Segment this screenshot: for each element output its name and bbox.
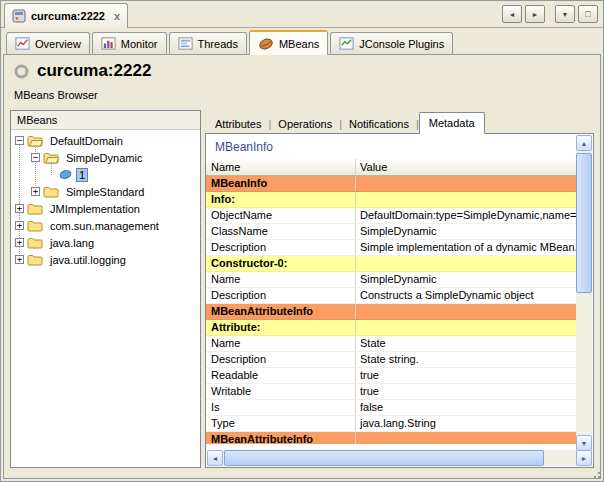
cell-value: Simple implementation of a dynamic MBean… xyxy=(356,240,577,255)
table-header-row: Name Value xyxy=(206,159,577,176)
cell-name: Name xyxy=(206,272,356,287)
cell-name: Description xyxy=(206,352,356,367)
jmx-icon xyxy=(12,9,26,23)
tree-node-defaultdomain[interactable]: − DefaultDomain xyxy=(11,132,200,149)
tab-threads[interactable]: Threads xyxy=(169,32,247,54)
folder-icon xyxy=(27,253,43,266)
cell-name: Description xyxy=(206,240,356,255)
tab-metadata[interactable]: Metadata xyxy=(419,112,485,134)
cell-name: MBeanInfo xyxy=(206,176,356,191)
tab-mbeans[interactable]: MBeans xyxy=(249,30,328,55)
connection-status-icon xyxy=(14,64,29,79)
cell-value: false xyxy=(356,400,577,415)
tree-node-label: SimpleDynamic xyxy=(63,151,145,165)
page-title: curcuma:2222 xyxy=(37,61,151,81)
resize-grip[interactable] xyxy=(591,469,600,478)
cell-name: Type xyxy=(206,416,356,431)
metadata-pane: MBeanInfo Name Value MBeanInfo Info: xyxy=(205,133,594,468)
tab-notifications[interactable]: Notifications xyxy=(342,115,416,133)
scroll-down-button[interactable]: ▼ xyxy=(576,435,592,451)
table-row[interactable]: Description State string. xyxy=(206,352,577,368)
table-row[interactable]: Description Simple implementation of a d… xyxy=(206,240,577,256)
tree-node-label: JMImplementation xyxy=(47,202,143,216)
table-row[interactable]: Description Constructs a SimpleDynamic o… xyxy=(206,288,577,304)
tree-node-1[interactable]: 1 xyxy=(11,166,200,183)
mbean-icon xyxy=(59,169,72,180)
cell-name: ObjectName xyxy=(206,208,356,223)
tab-jconsole-plugins[interactable]: JConsole Plugins xyxy=(330,32,453,54)
cell-value: true xyxy=(356,368,577,383)
table-row[interactable]: Type java.lang.String xyxy=(206,416,577,432)
expand-handle-icon[interactable]: + xyxy=(15,255,24,264)
expand-handle-icon[interactable]: + xyxy=(15,238,24,247)
tree-node-simpledynamic[interactable]: − SimpleDynamic xyxy=(11,149,200,166)
table-row[interactable]: MBeanAttributeInfo xyxy=(206,304,577,320)
table-row[interactable]: Readable true xyxy=(206,368,577,384)
mbean-detail-panel: Attributes | Operations | Notifications … xyxy=(205,110,594,468)
table-row[interactable]: ObjectName DefaultDomain:type=SimpleDyna… xyxy=(206,208,577,224)
horizontal-scroll-thumb[interactable] xyxy=(224,450,544,466)
cell-value xyxy=(356,304,577,319)
table-row[interactable]: ClassName SimpleDynamic xyxy=(206,224,577,240)
table-row[interactable]: MBeanAttributeInfo xyxy=(206,432,577,444)
table-row[interactable]: Name State xyxy=(206,336,577,352)
minimize-button[interactable]: ▼ xyxy=(555,5,575,23)
cell-name: Is xyxy=(206,400,356,415)
cell-value xyxy=(356,176,577,191)
tab-label: Overview xyxy=(35,38,81,50)
expand-handle-icon[interactable]: + xyxy=(15,204,24,213)
tab-scroll-right-button[interactable]: ► xyxy=(525,5,545,23)
vertical-scroll-thumb[interactable] xyxy=(576,153,592,293)
scroll-right-button[interactable]: ► xyxy=(576,450,592,466)
close-icon[interactable]: x xyxy=(114,10,120,22)
folder-open-icon xyxy=(43,151,59,164)
tree-node-label: java.util.logging xyxy=(47,253,129,267)
cell-value: true xyxy=(356,384,577,399)
table-row[interactable]: Constructor-0: xyxy=(206,256,577,272)
collapse-handle-icon[interactable]: − xyxy=(15,136,24,145)
table-row[interactable]: Is false xyxy=(206,400,577,416)
tree-header: MBeans xyxy=(11,111,200,130)
cell-value xyxy=(356,432,577,444)
maximize-button[interactable]: □ xyxy=(578,5,598,23)
tab-monitor[interactable]: Monitor xyxy=(92,32,167,54)
expand-handle-icon[interactable]: + xyxy=(15,221,24,230)
cell-name: MBeanAttributeInfo xyxy=(206,432,356,444)
cell-name: MBeanAttributeInfo xyxy=(206,304,356,319)
collapse-handle-icon[interactable]: − xyxy=(31,153,40,162)
tab-attributes[interactable]: Attributes xyxy=(208,115,268,133)
column-header-name[interactable]: Name xyxy=(206,159,356,176)
scroll-left-button[interactable]: ◄ xyxy=(207,450,223,466)
cell-name: ClassName xyxy=(206,224,356,239)
metadata-table: Name Value MBeanInfo Info: ObjectName De… xyxy=(206,159,577,444)
connection-tab[interactable]: curcuma:2222 x xyxy=(4,3,128,28)
cell-value: State xyxy=(356,336,577,351)
window-controls: ◄ ► ▼ □ xyxy=(502,5,598,23)
table-row[interactable]: Name SimpleDynamic xyxy=(206,272,577,288)
mbeans-icon xyxy=(258,37,274,51)
table-row[interactable]: MBeanInfo xyxy=(206,176,577,192)
scroll-up-button[interactable]: ▲ xyxy=(576,135,592,151)
vertical-scrollbar[interactable]: ▲ ▼ xyxy=(576,135,592,451)
tree-node-simplestandard[interactable]: + SimpleStandard xyxy=(11,183,200,200)
connection-tab-bar: curcuma:2222 x ◄ ► ▼ □ xyxy=(1,1,603,28)
tab-operations[interactable]: Operations xyxy=(271,115,339,133)
down-arrow-icon: ▼ xyxy=(581,440,588,447)
cell-value xyxy=(356,192,577,207)
overview-icon xyxy=(15,36,30,51)
mbeans-tree[interactable]: − DefaultDomain − xyxy=(11,130,200,467)
table-row[interactable]: Writable true xyxy=(206,384,577,400)
tab-overview[interactable]: Overview xyxy=(6,32,90,54)
expand-handle-icon[interactable]: + xyxy=(31,187,40,196)
tree-node-com-sun-management[interactable]: + com.sun.management xyxy=(11,217,200,234)
horizontal-scrollbar[interactable]: ◄ ► xyxy=(207,450,592,466)
table-row[interactable]: Attribute: xyxy=(206,320,577,336)
tree-node-jmimplementation[interactable]: + JMImplementation xyxy=(11,200,200,217)
right-arrow-icon: ► xyxy=(581,455,588,462)
table-row[interactable]: Info: xyxy=(206,192,577,208)
cell-name: Readable xyxy=(206,368,356,383)
tab-scroll-left-button[interactable]: ◄ xyxy=(502,5,522,23)
tree-node-java-lang[interactable]: + java.lang xyxy=(11,234,200,251)
tree-node-java-util-logging[interactable]: + java.util.logging xyxy=(11,251,200,268)
column-header-value[interactable]: Value xyxy=(356,159,577,176)
